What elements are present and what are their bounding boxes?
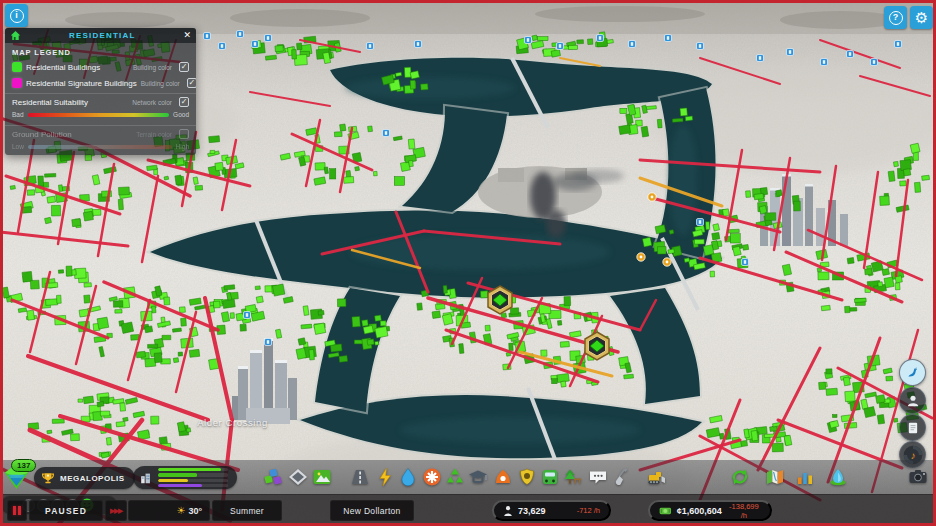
- scale-max-label: High: [176, 143, 189, 150]
- residential-buildings-swatch: [12, 62, 22, 72]
- status-bar: PAUSED ▶▶▶ ☀ 30° Summer New Dollarton 73…: [0, 494, 936, 526]
- city-buildings-icon: [139, 471, 153, 485]
- scale-max-label: Good: [173, 111, 189, 118]
- tool-education[interactable]: [467, 466, 489, 488]
- tool-roads[interactable]: [349, 466, 371, 488]
- trophy-icon: [41, 471, 55, 485]
- suitability-section: Residential Suitability Network color ✓ …: [5, 94, 196, 123]
- tool-districts-and-areas[interactable]: [287, 466, 309, 488]
- legend-row-residential-buildings: Residential Buildings Building color ✓: [5, 59, 196, 75]
- zones-icon: [262, 466, 284, 488]
- settings-button[interactable]: ⚙: [910, 6, 933, 29]
- money-icon: [659, 506, 672, 516]
- tool-terrain[interactable]: [311, 466, 333, 488]
- city-journal-button[interactable]: [899, 414, 926, 441]
- tool-zones[interactable]: [262, 466, 284, 488]
- bus-icon: [539, 466, 561, 488]
- speed-arrows-icon: ▶▶▶: [110, 507, 122, 515]
- gear-icon: ⚙: [915, 10, 928, 25]
- fire-alarm-icon: [492, 466, 514, 488]
- treasury-value: ¢1,600,604: [677, 506, 722, 516]
- legend-label: Ground Pollution: [12, 130, 132, 139]
- demand-bars: [158, 468, 228, 487]
- chirper-button[interactable]: [899, 359, 926, 386]
- areas-icon: [287, 466, 309, 488]
- help-button[interactable]: ?: [884, 6, 907, 29]
- tool-communications[interactable]: [587, 466, 609, 488]
- legend-label: Residential Signature Buildings: [26, 79, 137, 88]
- legend-label: Residential Suitability: [12, 98, 128, 107]
- demand-pill[interactable]: [133, 466, 237, 489]
- residential-infoview-panel: RESIDENTIAL ✕ MAP LEGEND Residential Bui…: [5, 28, 196, 155]
- color-type-label: Network color: [132, 99, 172, 106]
- legend-row-signature-buildings: Residential Signature Buildings Building…: [5, 75, 196, 91]
- suitability-gradient-bar: [28, 113, 170, 117]
- help-icon: ?: [889, 11, 903, 25]
- citizen-icon: [904, 392, 922, 410]
- followed-citizens-button[interactable]: [899, 387, 926, 414]
- tool-city-information[interactable]: [764, 466, 786, 488]
- panel-title: RESIDENTIAL: [25, 31, 179, 40]
- terrain-icon: [311, 466, 333, 488]
- music-note-icon: ♪: [910, 449, 915, 460]
- population-icon: [503, 505, 513, 517]
- tool-parks-and-recreation[interactable]: [562, 466, 584, 488]
- pause-button[interactable]: [7, 500, 27, 521]
- close-icon[interactable]: ✕: [183, 31, 191, 40]
- color-type-label: Building color: [133, 64, 172, 71]
- bar-chart-icon: [794, 466, 816, 488]
- tool-fire-and-rescue[interactable]: [492, 466, 514, 488]
- treasury-pill[interactable]: ¢1,600,604 -138,699 /h: [648, 500, 772, 521]
- map-legend-heading: MAP LEGEND: [5, 43, 196, 59]
- building-color-checkbox[interactable]: ✓: [187, 78, 196, 88]
- scale-min-label: Bad: [12, 111, 24, 118]
- police-shield-icon: [516, 466, 538, 488]
- game-screen: Alder Crossing i ? ⚙ RESIDENTIAL ✕ MAP L…: [0, 0, 936, 526]
- infoviews-button[interactable]: i: [5, 4, 28, 27]
- signature-buildings-swatch: [12, 78, 22, 88]
- tool-economy[interactable]: [729, 466, 751, 488]
- panel-header[interactable]: RESIDENTIAL ✕: [5, 28, 196, 43]
- tool-water-and-sewage[interactable]: [397, 466, 419, 488]
- tool-statistics[interactable]: [794, 466, 816, 488]
- district-name-label: Alder Crossing: [150, 417, 315, 428]
- sun-icon: ☀: [176, 506, 185, 516]
- tool-transportation[interactable]: [539, 466, 561, 488]
- level-badge: 137: [11, 459, 36, 472]
- tool-photo-mode[interactable]: [907, 466, 929, 488]
- shovel-icon: [611, 466, 633, 488]
- milestone-flame-icon: [827, 466, 849, 488]
- milestone-label: MEGALOPOLIS: [60, 474, 125, 483]
- terrain-color-checkbox[interactable]: [179, 129, 189, 139]
- tool-garbage[interactable]: [444, 466, 466, 488]
- tool-bulldozer[interactable]: [646, 466, 668, 488]
- chat-bubble-icon: [587, 466, 609, 488]
- treasury-rate: -138,699 /h: [727, 502, 761, 520]
- folded-map-icon: [764, 466, 786, 488]
- economy-cycle-icon: [729, 466, 751, 488]
- population-pill[interactable]: 73,629 -712 /h: [492, 500, 611, 521]
- tool-police[interactable]: [516, 466, 538, 488]
- pollution-section: Ground Pollution Terrain color Low High: [5, 126, 196, 155]
- electricity-icon: [374, 466, 396, 488]
- tool-healthcare[interactable]: [421, 466, 443, 488]
- season-display: Summer: [212, 500, 282, 521]
- simulation-state: PAUSED: [29, 500, 103, 521]
- city-name-plate[interactable]: New Dollarton: [330, 500, 414, 521]
- tool-milestones[interactable]: [827, 466, 849, 488]
- scale-min-label: Low: [12, 143, 24, 150]
- building-color-checkbox[interactable]: ✓: [179, 62, 189, 72]
- bulldozer-icon: [646, 466, 668, 488]
- tool-landscaping[interactable]: [611, 466, 633, 488]
- tool-electricity[interactable]: [374, 466, 396, 488]
- main-toolbar: 137 MEGALOPOLIS: [0, 460, 936, 494]
- weather-display: ☀ 30°: [128, 500, 210, 521]
- speed-control[interactable]: ▶▶▶: [105, 500, 127, 521]
- info-icon: i: [10, 9, 24, 23]
- network-color-checkbox[interactable]: ✓: [179, 97, 189, 107]
- chirper-bird-icon: [903, 363, 923, 383]
- water-drop-icon: [397, 466, 419, 488]
- milestone-pill[interactable]: MEGALOPOLIS: [34, 467, 135, 489]
- legend-label: Residential Buildings: [26, 63, 129, 72]
- temperature-value: 30°: [188, 506, 202, 516]
